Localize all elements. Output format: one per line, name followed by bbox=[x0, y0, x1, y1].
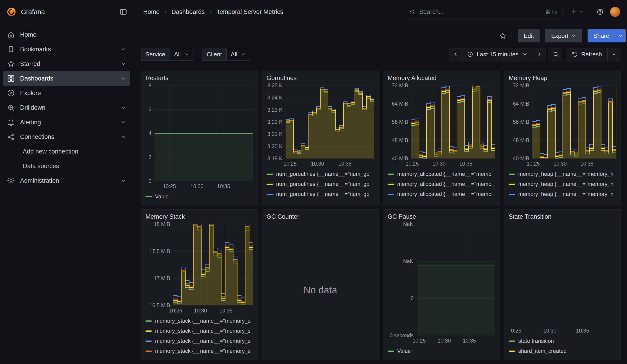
legend-item[interactable]: memory_allocated {__name__="memo bbox=[388, 189, 495, 199]
refresh-interval-button[interactable] bbox=[608, 48, 620, 61]
legend-series-label: memory_allocated {__name__="memo bbox=[397, 171, 491, 177]
x-axis-labels: 10:2510:3010:35 bbox=[173, 305, 253, 315]
chart-plot[interactable] bbox=[417, 224, 495, 335]
legend-series-marker bbox=[509, 351, 515, 352]
share-menu-button[interactable] bbox=[615, 29, 626, 42]
topbar-brand-section: Grafana bbox=[0, 7, 133, 17]
panel-legend: state transitionshard_item_created bbox=[509, 336, 616, 356]
sidebar-item-home[interactable]: Home bbox=[3, 27, 130, 42]
zoom-out-icon bbox=[553, 51, 559, 57]
sidebar-item-starred[interactable]: Starred bbox=[3, 56, 130, 71]
compass-icon bbox=[7, 89, 15, 97]
legend-series-label: memory_heap {__name__="memory_h bbox=[518, 201, 613, 202]
search-input[interactable]: ⌘+k bbox=[404, 5, 563, 19]
sidebar-item-administration[interactable]: Administration bbox=[3, 173, 130, 188]
legend-item[interactable]: shard_item_created bbox=[509, 346, 616, 356]
drilldown-icon bbox=[7, 104, 15, 112]
chart-plot[interactable] bbox=[173, 224, 253, 305]
chevron-left-icon bbox=[452, 51, 459, 57]
legend-series-label: num_goroutines {__name__="num_go bbox=[276, 191, 369, 197]
time-shift-forward-button[interactable] bbox=[533, 48, 546, 61]
new-menu-button[interactable] bbox=[570, 8, 583, 15]
service-variable-value[interactable]: All bbox=[170, 48, 194, 61]
legend-item[interactable]: memory_allocated {__name__="memo bbox=[388, 179, 495, 189]
legend-item[interactable]: memory_allocated {__name__="memo bbox=[388, 169, 495, 179]
legend-item[interactable]: memory_heap {__name__="memory_h bbox=[509, 169, 616, 179]
breadcrumb-item-temporal-server-metrics[interactable]: Temporal Server Metrics bbox=[215, 8, 285, 15]
panel-legend: Value bbox=[388, 346, 495, 356]
panel-memory-allocated: Memory Allocated72 MiB64 MiB56 MiB48 MiB… bbox=[383, 71, 500, 206]
panel-title[interactable]: State Transition bbox=[509, 213, 616, 224]
legend-series-marker bbox=[266, 194, 273, 195]
panel-title[interactable]: GC Counter bbox=[266, 213, 374, 224]
legend-item[interactable]: memory_stack {__name__="memory_s bbox=[146, 316, 253, 326]
sidebar-item-drilldown[interactable]: Drilldown bbox=[3, 100, 130, 115]
legend-item[interactable]: memory_allocated {__name__="memo bbox=[388, 199, 495, 202]
bookmark-icon bbox=[7, 45, 15, 53]
breadcrumb-separator-icon bbox=[208, 9, 213, 15]
share-button[interactable]: Share bbox=[587, 29, 615, 42]
legend-item[interactable]: memory_stack {__name__="memory_s bbox=[146, 326, 253, 336]
chart-plot[interactable] bbox=[155, 86, 253, 181]
chart-plot[interactable] bbox=[286, 86, 374, 158]
panel-legend: memory_allocated {__name__="memomemory_a… bbox=[388, 169, 495, 202]
legend-item[interactable]: Value bbox=[388, 346, 495, 356]
legend-item[interactable]: memory_heap {__name__="memory_h bbox=[509, 199, 616, 202]
legend-item[interactable]: memory_heap {__name__="memory_h bbox=[509, 189, 616, 199]
favorite-star-icon[interactable] bbox=[499, 32, 507, 40]
chevron-down-icon bbox=[120, 75, 127, 82]
export-button[interactable]: Export bbox=[545, 29, 582, 42]
zoom-out-button[interactable] bbox=[549, 48, 562, 61]
chart-plot[interactable] bbox=[514, 224, 616, 325]
search-field[interactable] bbox=[419, 8, 542, 15]
legend-item[interactable]: memory_stack {__name__="memory_s bbox=[146, 336, 253, 346]
service-variable[interactable]: Service All bbox=[141, 48, 194, 61]
panel-gc-pause: GC PauseNaNNaN00 seconds10:2510:3010:35V… bbox=[383, 209, 500, 360]
legend-series-label: num_goroutines {__name__="num_go bbox=[276, 201, 369, 202]
sidebar-item-label: Add new connection bbox=[23, 148, 78, 155]
time-shift-back-button[interactable] bbox=[449, 48, 462, 61]
time-controls: Last 15 minutes Refresh bbox=[449, 48, 620, 61]
legend-item[interactable]: Value bbox=[146, 192, 253, 202]
grid-icon bbox=[7, 74, 15, 83]
chart-plot[interactable] bbox=[411, 86, 495, 158]
x-axis-labels: 10:2510:3010:35 bbox=[286, 158, 374, 168]
sidebar-item-add-new-connection[interactable]: Add new connection bbox=[3, 144, 130, 159]
sidebar-item-alerting[interactable]: Alerting bbox=[3, 115, 130, 130]
help-button[interactable] bbox=[596, 8, 604, 15]
breadcrumb-item-dashboards[interactable]: Dashboards bbox=[170, 8, 206, 15]
legend-item[interactable]: memory_heap {__name__="memory_h bbox=[509, 179, 616, 189]
sidebar-item-dashboards[interactable]: Dashboards bbox=[3, 71, 130, 86]
chart-plot[interactable] bbox=[532, 86, 616, 158]
chevron-right-icon bbox=[536, 51, 543, 57]
legend-item[interactable]: num_goroutines {__name__="num_go bbox=[266, 199, 374, 202]
sidebar-item-explore[interactable]: Explore bbox=[3, 86, 130, 100]
time-range-picker[interactable]: Last 15 minutes bbox=[462, 48, 533, 61]
breadcrumb-separator-icon bbox=[163, 9, 168, 15]
legend-item[interactable]: num_goroutines {__name__="num_go bbox=[266, 179, 374, 189]
legend-item[interactable]: num_goroutines {__name__="num_go bbox=[266, 169, 374, 179]
chevron-down-icon bbox=[579, 9, 583, 14]
refresh-button[interactable]: Refresh bbox=[566, 48, 608, 61]
sidebar-toggle-icon[interactable] bbox=[119, 8, 127, 16]
breadcrumb-item-home[interactable]: Home bbox=[142, 8, 161, 15]
legend-item[interactable]: state transition bbox=[509, 336, 616, 346]
service-variable-label: Service bbox=[141, 48, 170, 61]
sidebar-item-bookmarks[interactable]: Bookmarks bbox=[3, 42, 130, 56]
user-avatar[interactable] bbox=[610, 7, 620, 17]
topbar-divider bbox=[590, 7, 590, 17]
sidebar-item-label: Alerting bbox=[20, 119, 41, 126]
legend-series-label: memory_heap {__name__="memory_h bbox=[518, 171, 613, 177]
search-icon bbox=[409, 9, 416, 15]
sidebar-item-connections[interactable]: Connections bbox=[3, 130, 130, 144]
y-axis-labels: NaNNaN00 seconds bbox=[388, 224, 417, 335]
client-variable[interactable]: Client All bbox=[202, 48, 250, 61]
client-variable-value[interactable]: All bbox=[227, 48, 250, 61]
legend-series-label: Value bbox=[155, 193, 169, 200]
sidebar-item-data-sources[interactable]: Data sources bbox=[3, 159, 130, 173]
legend-item[interactable]: memory_stack {__name__="memory_s bbox=[146, 346, 253, 356]
edit-button[interactable]: Edit bbox=[518, 29, 540, 42]
panel-title[interactable]: Restarts bbox=[146, 75, 253, 86]
legend-item[interactable]: num_goroutines {__name__="num_go bbox=[266, 189, 374, 199]
panel-title[interactable]: Goroutines bbox=[266, 75, 374, 86]
